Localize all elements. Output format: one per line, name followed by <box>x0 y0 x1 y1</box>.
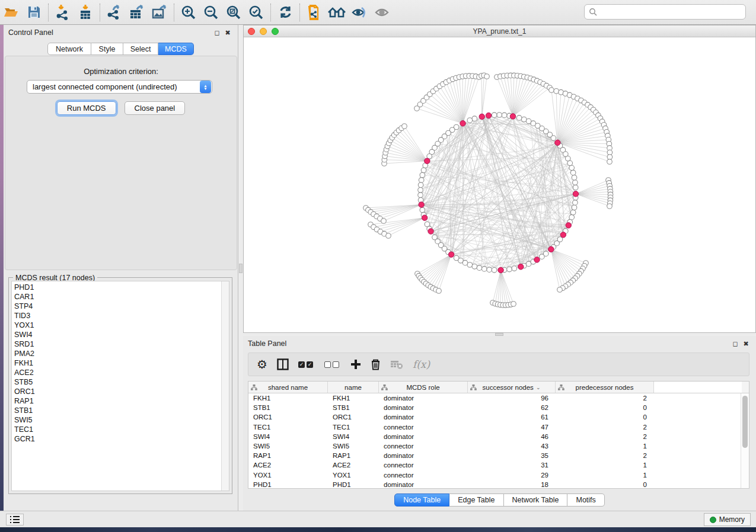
mcds-network-node[interactable] <box>534 257 540 262</box>
network-node[interactable] <box>521 117 527 122</box>
close-panel-icon[interactable]: ✖ <box>222 29 233 37</box>
mcds-result-item[interactable]: SWI4 <box>14 330 35 339</box>
cell-shared-name[interactable]: RAP1 <box>248 452 328 459</box>
tab-node-table[interactable]: Node Table <box>394 493 449 507</box>
table-settings-icon[interactable]: ⚙ <box>257 356 267 373</box>
network-node[interactable] <box>516 116 522 121</box>
cell-MCDS-role[interactable]: dominator <box>379 414 468 421</box>
tab-select[interactable]: Select <box>123 43 158 55</box>
mcds-network-node[interactable] <box>448 252 454 257</box>
cell-MCDS-role[interactable]: connector <box>379 424 468 431</box>
mcds-network-node[interactable] <box>518 264 524 270</box>
mcds-result-item[interactable]: YOX1 <box>14 321 35 330</box>
cell-MCDS-role[interactable]: dominator <box>379 433 468 440</box>
cell-MCDS-role[interactable]: dominator <box>379 452 468 459</box>
import-table-button[interactable] <box>74 2 97 23</box>
scrollbar-thumb[interactable] <box>742 396 748 448</box>
network-node[interactable] <box>418 193 423 198</box>
mcds-network-node[interactable] <box>555 140 560 145</box>
export-image-button[interactable] <box>148 2 171 23</box>
table-row[interactable]: RAP1RAP1dominator352 <box>248 451 749 460</box>
mcds-result-item[interactable]: PMA2 <box>14 349 35 358</box>
toggle-panel-mode-icon[interactable] <box>277 356 289 373</box>
cell-shared-name[interactable]: PHD1 <box>248 481 328 488</box>
cell-successor-nodes[interactable]: 31 <box>468 462 556 469</box>
tab-mcds[interactable]: MCDS <box>158 43 194 55</box>
mcds-result-item[interactable]: GCR1 <box>14 434 35 444</box>
delete-columns-icon[interactable] <box>371 356 381 373</box>
mcds-result-item[interactable]: PHD1 <box>14 283 35 292</box>
table-row[interactable]: ACE2ACE2connector311 <box>248 460 749 470</box>
tab-style[interactable]: Style <box>91 43 123 55</box>
mcds-result-item[interactable]: ORC1 <box>14 387 35 396</box>
mcds-network-node[interactable] <box>498 267 503 273</box>
network-node[interactable] <box>492 113 497 118</box>
network-node[interactable] <box>570 210 576 215</box>
task-history-button[interactable] <box>6 514 24 525</box>
network-node[interactable] <box>570 170 576 175</box>
network-node[interactable] <box>418 187 423 193</box>
cell-successor-nodes[interactable]: 96 <box>468 395 556 402</box>
network-node[interactable] <box>419 178 424 183</box>
cell-predecessor-nodes[interactable]: 0 <box>556 481 654 488</box>
mcds-network-node[interactable] <box>460 121 465 126</box>
network-node[interactable] <box>472 264 477 270</box>
mcds-result-item[interactable]: STB1 <box>14 406 35 415</box>
network-node[interactable] <box>436 289 442 294</box>
cell-shared-name[interactable]: YOX1 <box>248 472 328 479</box>
tab-network[interactable]: Network <box>47 43 91 55</box>
table-row[interactable]: STB1STB1dominator620 <box>248 403 749 412</box>
mcds-result-item[interactable]: RAP1 <box>14 396 35 406</box>
network-node[interactable] <box>472 116 477 121</box>
mcds-network-node[interactable] <box>573 191 578 197</box>
cell-predecessor-nodes[interactable]: 2 <box>556 424 654 431</box>
splitter-grip[interactable] <box>239 264 243 273</box>
optimization-criterion-select[interactable]: largest connected component (undirected)… <box>27 80 212 94</box>
network-node[interactable] <box>572 205 577 210</box>
network-file-share-button[interactable] <box>303 2 326 23</box>
network-node[interactable] <box>543 251 548 257</box>
cell-MCDS-role[interactable]: dominator <box>379 481 468 488</box>
network-node[interactable] <box>492 268 497 273</box>
vertical-splitter[interactable] <box>238 25 243 511</box>
table-row[interactable]: ORC1ORC1dominator610 <box>248 412 749 422</box>
network-node[interactable] <box>507 267 512 272</box>
function-builder-icon[interactable]: f(x) <box>413 356 430 373</box>
tab-network-table[interactable]: Network Table <box>504 493 568 507</box>
cell-predecessor-nodes[interactable]: 2 <box>556 395 654 402</box>
network-node[interactable] <box>418 182 423 188</box>
network-node[interactable] <box>467 262 473 268</box>
cell-name[interactable]: ACE2 <box>328 462 379 469</box>
column-header-predecessor-nodes[interactable]: predecessor nodes <box>556 382 654 393</box>
table-row[interactable]: SWI4SWI4dominator462 <box>248 432 749 441</box>
import-network-button[interactable] <box>52 2 74 23</box>
network-node[interactable] <box>386 233 391 239</box>
network-node[interactable] <box>381 219 387 224</box>
cell-name[interactable]: RAP1 <box>328 452 379 459</box>
network-node[interactable] <box>477 265 482 271</box>
network-node[interactable] <box>526 118 531 124</box>
cell-shared-name[interactable]: ORC1 <box>248 414 328 421</box>
network-node[interactable] <box>607 204 613 209</box>
cell-name[interactable]: PHD1 <box>328 481 379 488</box>
mcds-result-item[interactable]: STB5 <box>14 377 35 387</box>
mcds-network-node[interactable] <box>548 246 554 252</box>
network-node[interactable] <box>512 266 517 271</box>
network-node[interactable] <box>569 165 575 171</box>
run-mcds-button[interactable]: Run MCDS <box>57 101 116 115</box>
network-node[interactable] <box>467 118 473 123</box>
add-column-icon[interactable] <box>350 356 361 373</box>
cell-successor-nodes[interactable]: 29 <box>468 472 556 479</box>
network-node[interactable] <box>557 287 563 293</box>
mcds-result-item[interactable]: STP4 <box>14 302 35 311</box>
close-panel-button[interactable]: Close panel <box>125 101 186 115</box>
cell-successor-nodes[interactable]: 18 <box>468 481 556 488</box>
export-table-button[interactable] <box>126 2 148 23</box>
cell-shared-name[interactable]: SWI4 <box>248 433 328 440</box>
float-panel-icon[interactable]: ◻ <box>730 340 741 348</box>
cell-successor-nodes[interactable]: 35 <box>468 452 556 459</box>
zoom-selected-button[interactable] <box>245 2 267 23</box>
table-row[interactable]: PHD1PHD1dominator180 <box>248 480 749 489</box>
select-all-icon[interactable]: ✓✓ <box>298 356 315 373</box>
mcds-result-list[interactable]: PHD1CAR1STP4TID3YOX1SWI4SRD1PMA2FKH1ACE2… <box>11 281 229 491</box>
